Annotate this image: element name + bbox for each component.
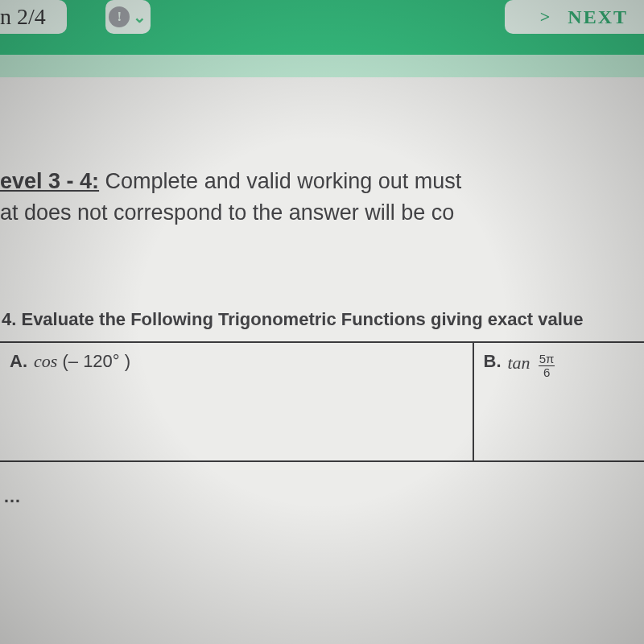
divider-bar <box>0 55 644 77</box>
fraction-denominator: 6 <box>543 366 550 378</box>
cutoff-text: … <box>0 486 644 507</box>
cell-b: B. tan 5π 6 <box>473 343 645 460</box>
instructions-line1: Complete and valid working out must <box>99 169 461 193</box>
level-label: evel 3 - 4: <box>0 169 99 193</box>
instructions-block: evel 3 - 4: Complete and valid working o… <box>0 77 644 229</box>
cell-a-arg: (– 120° ) <box>62 351 130 371</box>
question-grid: A. cos (– 120° ) B. tan 5π 6 <box>0 341 644 462</box>
cell-b-letter: B. <box>484 351 502 372</box>
cell-a-letter: A. <box>10 351 27 372</box>
alert-icon: ! <box>109 6 130 27</box>
cell-b-func: tan <box>508 353 530 373</box>
instructions-line2: at does not correspond to the answer wil… <box>0 197 644 229</box>
next-button[interactable]: > NEXT <box>505 0 644 34</box>
cell-a: A. cos (– 120° ) <box>0 343 473 460</box>
cell-b-fraction: 5π 6 <box>539 353 555 378</box>
next-label: NEXT <box>568 6 628 28</box>
status-dropdown[interactable]: ! ⌄ <box>105 0 151 34</box>
question-title: 4. Evaluate the Following Trigonometric … <box>0 229 644 341</box>
cell-a-func: cos <box>34 351 57 371</box>
top-bar: n 2/4 ! ⌄ > NEXT <box>0 0 644 55</box>
chevron-right-icon: > <box>540 6 552 27</box>
chevron-down-icon: ⌄ <box>133 7 147 27</box>
progress-indicator: n 2/4 <box>0 0 67 34</box>
fraction-numerator: 5π <box>539 353 555 366</box>
worksheet: evel 3 - 4: Complete and valid working o… <box>0 77 644 644</box>
progress-text: n 2/4 <box>0 4 46 30</box>
